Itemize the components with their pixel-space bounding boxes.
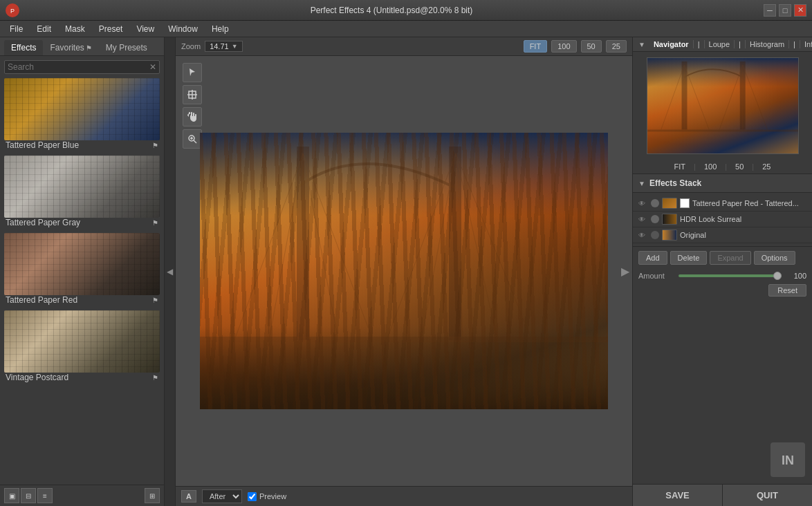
effect-visibility-1[interactable]: 👁 xyxy=(638,200,648,207)
bridge-overlay-4 xyxy=(4,310,160,373)
save-button[interactable]: SAVE xyxy=(633,485,723,506)
window-title: Perfect Effects 4 (Untitled.psd@20.0% 8 … xyxy=(19,6,764,15)
preset-flag-icon-3[interactable]: ⚑ xyxy=(152,297,158,304)
tab-info[interactable]: Info xyxy=(800,40,812,48)
preset-flag-icon-2[interactable]: ⚑ xyxy=(152,219,158,227)
preset-thumb-tattered-blue xyxy=(4,78,160,140)
search-bar: ✕ xyxy=(4,60,160,74)
effect-white-1 xyxy=(680,198,690,208)
preset-thumb-tattered-gray xyxy=(4,156,160,218)
nav-100-button[interactable]: 100 xyxy=(704,162,717,171)
zoom-fit-button[interactable]: FIT xyxy=(524,40,548,53)
hand-tool[interactable] xyxy=(183,107,202,126)
preview-checkbox[interactable] xyxy=(248,492,257,501)
preset-item-vintage[interactable]: Vintage Postcard ⚑ xyxy=(4,310,160,382)
delete-effect-button[interactable]: Delete xyxy=(670,251,708,265)
expand-effect-button[interactable]: Expand xyxy=(710,251,750,265)
preset-flag-icon-4[interactable]: ⚑ xyxy=(152,374,158,382)
effect-row-1[interactable]: 👁 Tattered Paper Red - Tattered... xyxy=(633,196,812,212)
search-input[interactable] xyxy=(8,62,149,72)
svg-line-20 xyxy=(456,153,532,340)
svg-line-16 xyxy=(387,153,456,340)
view-list-button[interactable]: ≡ xyxy=(37,488,53,503)
preset-item-tattered-red[interactable]: Tattered Paper Red ⚑ xyxy=(4,233,160,305)
transform-tool[interactable] xyxy=(183,85,202,104)
effect-row-original[interactable]: 👁 Original xyxy=(633,227,812,243)
minimize-button[interactable]: ─ xyxy=(764,4,776,17)
view-mode-select[interactable]: After xyxy=(202,489,242,503)
effects-header: ▼ Effects Stack xyxy=(633,174,812,193)
preset-label-vintage: Vintage Postcard ⚑ xyxy=(4,373,160,382)
nav-25-button[interactable]: 25 xyxy=(762,162,771,171)
zoom-25-button[interactable]: 25 xyxy=(606,40,627,53)
effect-mask-3 xyxy=(651,231,659,239)
effect-mask-2 xyxy=(651,215,659,223)
preset-item-tattered-blue[interactable]: Tattered Paper Blue ⚑ xyxy=(4,78,160,150)
tab-loupe-label[interactable]: Loupe xyxy=(705,40,735,48)
zoom-value: 14.71 ▼ xyxy=(205,41,242,52)
svg-line-28 xyxy=(719,65,743,130)
effect-thumb-original xyxy=(662,229,677,241)
grid-view-button[interactable]: ⊞ xyxy=(145,488,160,503)
amount-row: Amount 100 xyxy=(633,269,812,283)
right-bottom-buttons: SAVE QUIT xyxy=(633,484,812,506)
zoom-50-button[interactable]: 50 xyxy=(581,40,602,53)
preset-item-tattered-gray[interactable]: Tattered Paper Gray ⚑ xyxy=(4,156,160,227)
canvas-area: Zoom 14.71 ▼ FIT 100 50 25 xyxy=(176,37,632,506)
app-icon: P xyxy=(6,3,19,17)
options-effect-button[interactable]: Options xyxy=(754,251,795,265)
effects-collapse-icon[interactable]: ▼ xyxy=(638,180,645,187)
favorites-flag-icon: ⚑ xyxy=(86,44,92,52)
amount-label: Amount xyxy=(638,272,673,280)
effect-visibility-2[interactable]: 👁 xyxy=(638,216,648,223)
preview-toggle: Preview xyxy=(248,492,286,501)
effect-mask-1 xyxy=(651,199,659,207)
svg-rect-21 xyxy=(200,337,608,342)
title-bar: P Perfect Effects 4 (Untitled.psd@20.0% … xyxy=(0,0,812,21)
tab-effects[interactable]: Effects xyxy=(4,40,43,55)
search-clear-icon[interactable]: ✕ xyxy=(149,62,156,72)
preset-thumb-tattered-red xyxy=(4,233,160,295)
zoom-tool[interactable] xyxy=(183,129,202,149)
tab-histogram[interactable]: Histogram xyxy=(746,40,789,48)
effect-visibility-3[interactable]: 👁 xyxy=(638,232,648,239)
view-single-button[interactable]: ▣ xyxy=(4,488,19,503)
tab-navigator[interactable]: Navigator xyxy=(649,40,694,48)
view-double-button[interactable]: ⊟ xyxy=(21,488,36,503)
canvas-next-arrow[interactable]: ▶ xyxy=(621,265,629,278)
tab-favorites[interactable]: Favorites ⚑ xyxy=(43,40,98,55)
menu-view[interactable]: View xyxy=(129,23,161,35)
navigator-header: ▼ Navigator | Loupe | Histogram | Info xyxy=(633,37,812,52)
menu-edit[interactable]: Edit xyxy=(30,23,58,35)
zoom-dropdown-icon[interactable]: ▼ xyxy=(232,43,238,50)
maximize-button[interactable]: □ xyxy=(779,4,791,17)
bridge-overlay-2 xyxy=(4,156,160,218)
reset-button[interactable]: Reset xyxy=(768,284,806,297)
panel-tabs: Effects Favorites ⚑ My Presets xyxy=(0,37,164,56)
menu-preset[interactable]: Preset xyxy=(92,23,130,35)
effects-actions: Add Delete Expand Options xyxy=(633,246,812,269)
preset-list: Tattered Paper Blue ⚑ Tattered Paper Gra… xyxy=(0,78,164,485)
menu-help[interactable]: Help xyxy=(205,23,236,35)
svg-rect-31 xyxy=(647,130,798,132)
quit-button[interactable]: QUIT xyxy=(723,485,812,506)
zoom-100-button[interactable]: 100 xyxy=(551,40,576,53)
preset-flag-icon-1[interactable]: ⚑ xyxy=(152,142,158,149)
tab-histogram-sep: | xyxy=(735,40,746,48)
panel-divider[interactable]: ◀ xyxy=(165,37,176,506)
menu-window[interactable]: Window xyxy=(161,23,205,35)
nav-50-button[interactable]: 50 xyxy=(735,162,744,171)
amount-slider[interactable] xyxy=(679,274,782,277)
add-effect-button[interactable]: Add xyxy=(638,251,667,265)
menu-mask[interactable]: Mask xyxy=(58,23,92,35)
before-after-toggle[interactable]: A xyxy=(181,490,196,503)
tab-my-presets[interactable]: My Presets xyxy=(99,40,154,55)
svg-rect-22 xyxy=(200,342,608,409)
menu-file[interactable]: File xyxy=(3,23,30,35)
navigator-collapse-icon[interactable]: ▼ xyxy=(638,41,645,48)
select-tool[interactable] xyxy=(183,63,202,82)
close-button[interactable]: ✕ xyxy=(794,4,806,17)
preset-label-tattered-blue: Tattered Paper Blue ⚑ xyxy=(4,140,160,150)
nav-fit-button[interactable]: FIT xyxy=(674,162,686,171)
effect-row-2[interactable]: 👁 HDR Look Surreal xyxy=(633,212,812,227)
